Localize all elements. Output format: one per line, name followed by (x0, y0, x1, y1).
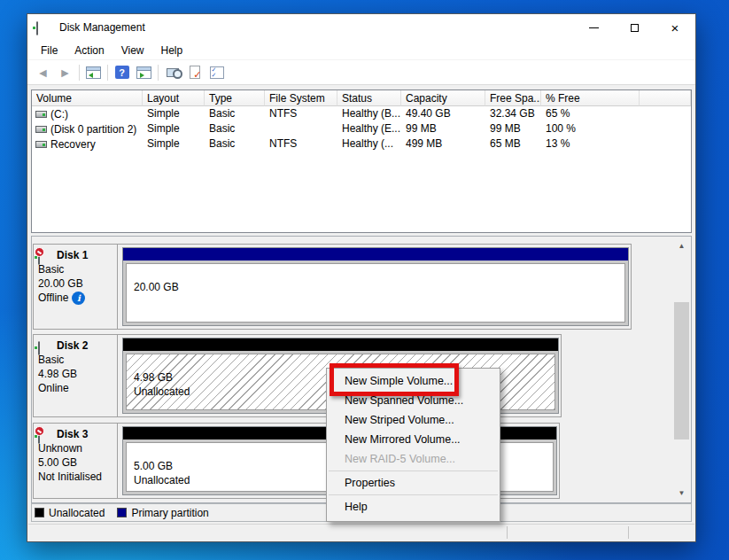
scrollbar-down-icon[interactable]: ▼ (674, 486, 689, 501)
unallocated-swatch (35, 508, 44, 517)
volume-name: (C:) (50, 108, 68, 121)
column-header-capacity[interactable]: Capacity (401, 90, 485, 106)
help-button[interactable] (111, 62, 133, 82)
scrollbar-up-icon[interactable]: ▲ (674, 238, 689, 253)
partition-color-bar (123, 248, 628, 261)
close-button[interactable]: × (655, 14, 695, 41)
disk1-label-panel[interactable]: Disk 1 Basic 20.00 GB Offline (34, 245, 118, 329)
detail-list-icon (210, 66, 224, 79)
table-row[interactable]: (C:) Simple Basic NTFS Healthy (B... 49.… (32, 106, 691, 121)
volume-pct-free: 13 % (541, 136, 640, 152)
title-bar[interactable]: Disk Management × (27, 14, 695, 41)
back-button[interactable]: ◄ (32, 62, 54, 82)
vertical-scrollbar[interactable]: ▲ ▼ (674, 238, 689, 501)
statusbar-divider (507, 526, 508, 539)
disk1-body[interactable]: 20.00 GB (126, 263, 625, 323)
menu-separator (329, 471, 498, 471)
menu-item-new-striped-volume[interactable]: New Striped Volume... (327, 410, 500, 430)
minimize-button[interactable] (573, 14, 614, 41)
volume-icon (35, 141, 47, 148)
check-document-icon (190, 66, 200, 79)
maximize-button[interactable] (614, 14, 655, 41)
volume-list-pane: Volume Layout Type File System Status Ca… (31, 89, 692, 233)
check-disk-button[interactable] (183, 62, 206, 82)
disk-status: Online (38, 381, 113, 395)
volume-name: Recovery (50, 138, 96, 151)
column-header-free-space[interactable]: Free Spa... (485, 90, 541, 106)
volume-icon (35, 126, 47, 133)
menu-item-new-raid5-volume: New RAID-5 Volume... (327, 449, 500, 469)
toolbar: ◄ ► (27, 60, 695, 85)
maximize-icon (631, 24, 639, 32)
menu-help[interactable]: Help (155, 42, 190, 59)
toolbar-separator (107, 65, 108, 81)
disk-status: Not Initialised (38, 470, 113, 484)
app-icon (36, 22, 51, 33)
scrollbar-thumb[interactable] (674, 302, 689, 439)
disk-type: Basic (38, 262, 113, 276)
volume-capacity: 49.40 GB (401, 106, 485, 121)
disk-row-disk1: Disk 1 Basic 20.00 GB Offline 20.00 GB (33, 244, 632, 330)
disk-name: Disk 1 (57, 248, 88, 262)
volume-capacity: 99 MB (401, 121, 485, 136)
disk-type: Basic (38, 353, 113, 367)
volume-layout: Simple (143, 121, 205, 136)
disk2-label-panel[interactable]: Disk 2 Basic 4.98 GB Online (34, 335, 118, 416)
forward-button[interactable]: ► (54, 62, 76, 82)
legend-item-primary-partition: Primary partition (117, 507, 208, 519)
legend-item-unallocated: Unallocated (35, 507, 105, 519)
menu-file[interactable]: File (35, 42, 64, 59)
volume-pct-free: 65 % (541, 106, 640, 121)
disk1-partition-region[interactable]: 20.00 GB (122, 247, 629, 326)
table-row[interactable]: (Disk 0 partition 2) Simple Basic Health… (32, 121, 691, 136)
computer-magnifier-icon (167, 68, 179, 77)
properties-list-button[interactable] (206, 62, 228, 82)
menu-separator (329, 494, 498, 495)
console-window-icon (136, 66, 151, 79)
volume-free: 65 MB (485, 136, 541, 152)
volume-status: Healthy (E... (337, 121, 401, 136)
volume-layout: Simple (143, 136, 205, 152)
disk-icon (38, 341, 53, 351)
volume-fs: NTFS (265, 136, 337, 152)
show-console-tree-button[interactable] (82, 62, 105, 82)
column-header-pct-free[interactable]: % Free (541, 90, 640, 106)
status-bar (28, 524, 694, 541)
volume-list-header: Volume Layout Type File System Status Ca… (32, 90, 691, 106)
volume-type: Basic (205, 136, 265, 152)
show-action-pane-button[interactable] (133, 62, 155, 82)
volume-free: 32.34 GB (485, 106, 541, 121)
toolbar-separator (158, 65, 159, 81)
menu-bar: File Action View Help (27, 41, 695, 60)
annotation-highlight-box (330, 363, 459, 396)
menu-item-properties[interactable]: Properties (327, 473, 500, 493)
column-header-volume[interactable]: Volume (32, 90, 143, 106)
volume-capacity: 499 MB (401, 136, 485, 152)
column-header-layout[interactable]: Layout (143, 90, 205, 106)
forward-icon: ► (59, 66, 72, 80)
console-tree-icon (86, 66, 101, 79)
disk-type: Unknown (38, 441, 113, 455)
volume-type: Basic (205, 106, 265, 121)
disk-status: Offline (38, 291, 68, 305)
menu-action[interactable]: Action (68, 42, 110, 59)
menu-item-new-mirrored-volume[interactable]: New Mirrored Volume... (327, 430, 500, 449)
disk-name: Disk 2 (57, 338, 88, 353)
column-header-status[interactable]: Status (337, 90, 401, 106)
disk-size: 5.00 GB (38, 455, 113, 470)
column-header-file-system[interactable]: File System (265, 90, 337, 106)
disk3-label-panel[interactable]: Disk 3 Unknown 5.00 GB Not Initialised (34, 424, 118, 498)
refresh-button[interactable] (161, 62, 183, 82)
menu-view[interactable]: View (115, 42, 151, 59)
desktop-background: Disk Management × File Action View Help … (0, 0, 729, 560)
disk-error-badge-icon (35, 247, 44, 257)
menu-item-help[interactable]: Help (327, 497, 500, 517)
column-header-type[interactable]: Type (205, 90, 265, 106)
statusbar-divider (628, 526, 629, 539)
info-icon[interactable] (72, 292, 85, 305)
table-row[interactable]: Recovery Simple Basic NTFS Healthy (... … (32, 136, 691, 152)
volume-status: Healthy (... (337, 136, 401, 152)
help-icon (115, 66, 129, 79)
minimize-icon (589, 27, 599, 28)
volume-fs (265, 121, 337, 136)
